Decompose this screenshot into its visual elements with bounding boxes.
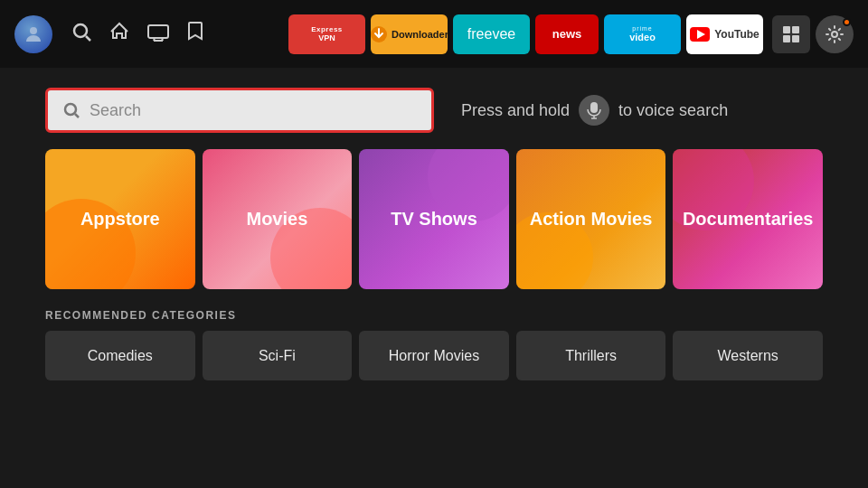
- settings-button[interactable]: [816, 15, 854, 53]
- freevee-button[interactable]: freevee: [453, 14, 530, 54]
- svg-point-9: [65, 104, 76, 115]
- rec-thrillers-label: Thrillers: [565, 348, 617, 364]
- primevideo-button[interactable]: prime video: [604, 14, 681, 54]
- tile-tvshows[interactable]: TV Shows: [359, 149, 509, 289]
- expressvpn-button[interactable]: Express VPN: [288, 14, 365, 54]
- svg-rect-3: [148, 25, 168, 38]
- rec-horror[interactable]: Horror Movies: [359, 331, 509, 380]
- recommended-title: RECOMMENDED CATEGORIES: [45, 309, 823, 322]
- youtube-icon: [690, 27, 710, 42]
- rec-comedies[interactable]: Comedies: [45, 331, 195, 380]
- app-shortcuts: Express VPN Downloader freevee news prim…: [288, 14, 763, 54]
- downloader-label: Downloader: [392, 29, 448, 40]
- search-icon[interactable]: [65, 15, 98, 53]
- bookmark-icon[interactable]: [181, 15, 210, 53]
- search-box-icon: [62, 101, 80, 119]
- svg-line-2: [86, 36, 90, 41]
- search-box[interactable]: Search: [45, 88, 434, 133]
- recommended-section: RECOMMENDED CATEGORIES Comedies Sci-Fi H…: [0, 309, 868, 380]
- tile-documentaries[interactable]: Documentaries: [673, 149, 823, 289]
- rec-scifi[interactable]: Sci-Fi: [203, 331, 353, 380]
- svg-line-10: [75, 114, 79, 117]
- rec-thrillers[interactable]: Thrillers: [516, 331, 666, 380]
- voice-hint-prefix: Press and hold: [461, 101, 570, 120]
- svg-point-1: [74, 24, 87, 37]
- youtube-label: YouTube: [714, 28, 760, 41]
- news-label: news: [552, 27, 582, 41]
- svg-rect-11: [590, 102, 598, 113]
- tile-movies-label: Movies: [237, 209, 316, 230]
- rec-scifi-label: Sci-Fi: [259, 348, 296, 364]
- settings-notification-dot: [843, 18, 851, 26]
- tv-icon[interactable]: [141, 15, 175, 53]
- svg-point-8: [832, 32, 837, 37]
- search-placeholder: Search: [90, 101, 141, 120]
- tile-documentaries-label: Documentaries: [674, 209, 823, 230]
- mic-icon: [579, 95, 609, 126]
- search-area: Search Press and hold to voice search: [0, 68, 868, 149]
- rec-horror-label: Horror Movies: [389, 348, 479, 364]
- tile-appstore-label: Appstore: [71, 209, 169, 230]
- freevee-label: freevee: [467, 26, 515, 42]
- nav-left: [14, 15, 210, 53]
- recommended-grid: Comedies Sci-Fi Horror Movies Thrillers …: [45, 331, 823, 380]
- top-nav: Express VPN Downloader freevee news prim…: [0, 0, 868, 68]
- avatar[interactable]: [14, 15, 52, 53]
- nav-icons: [65, 15, 210, 53]
- home-icon[interactable]: [103, 15, 136, 53]
- nav-right: [772, 15, 854, 53]
- tile-tvshows-label: TV Shows: [382, 209, 486, 230]
- tiles-section: Appstore Movies TV Shows Action Movies D…: [0, 149, 868, 289]
- tile-appstore[interactable]: Appstore: [45, 149, 195, 289]
- tile-movies[interactable]: Movies: [203, 149, 353, 289]
- voice-hint-suffix: to voice search: [618, 101, 728, 120]
- tile-action-movies[interactable]: Action Movies: [516, 149, 666, 289]
- rec-westerns[interactable]: Westerns: [673, 331, 823, 380]
- downloader-button[interactable]: Downloader: [371, 14, 448, 54]
- tile-action-movies-label: Action Movies: [521, 209, 662, 230]
- svg-point-0: [30, 27, 37, 34]
- rec-westerns-label: Westerns: [718, 348, 778, 364]
- tiles-grid: Appstore Movies TV Shows Action Movies D…: [45, 149, 823, 289]
- voice-search-hint: Press and hold to voice search: [461, 95, 728, 126]
- news-button[interactable]: news: [535, 14, 599, 54]
- youtube-button[interactable]: YouTube: [686, 14, 763, 54]
- grid-button[interactable]: [772, 15, 810, 53]
- rec-comedies-label: Comedies: [88, 348, 153, 364]
